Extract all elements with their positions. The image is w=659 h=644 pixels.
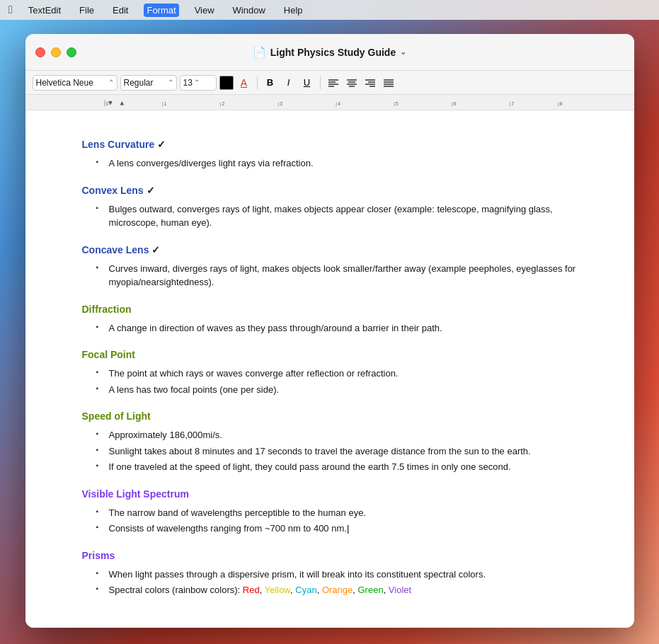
list-item: Bulges outward, converges rays of light,… xyxy=(96,202,578,230)
title-chevron-icon[interactable]: ⌄ xyxy=(400,47,406,57)
bullets-focal-point: The point at which rays or waves converg… xyxy=(96,367,578,396)
bullets-lens-curvature: A lens converges/diverges light rays via… xyxy=(96,156,578,171)
text-color-swatch[interactable] xyxy=(219,76,234,90)
menu-format[interactable]: Format xyxy=(144,4,178,17)
section-speed-of-light: Speed of Light Approximately 186,000mi/s… xyxy=(82,409,578,474)
checkmark-convex-lens: ✓ xyxy=(147,185,155,196)
spectral-color-violet: Violet xyxy=(389,585,411,595)
bullets-prisms: When light passes through a dispersive p… xyxy=(96,568,578,597)
spectral-color-cyan: Cyan xyxy=(295,585,316,595)
document-title: Light Physics Study Guide xyxy=(270,47,396,58)
bold-button[interactable]: B xyxy=(263,75,278,91)
list-item: The point at which rays or waves converg… xyxy=(96,367,578,381)
apple-menu[interactable]:  xyxy=(8,4,13,16)
checkmark-lens-curvature: ✓ xyxy=(157,139,166,150)
section-prisms: Prisms When light passes through a dispe… xyxy=(82,548,578,597)
menu-edit[interactable]: Edit xyxy=(110,4,131,17)
traffic-lights xyxy=(35,47,76,57)
list-item-spectral-colors: Spectral colors (rainbow colors): Red, Y… xyxy=(96,583,578,597)
toolbar-separator-1 xyxy=(257,76,258,89)
maximize-button[interactable] xyxy=(67,47,76,57)
italic-button[interactable]: I xyxy=(281,75,297,91)
svg-text:0: 0 xyxy=(105,100,108,107)
list-item: Approximately 186,000mi/s. xyxy=(96,428,578,442)
svg-text:2: 2 xyxy=(222,100,224,107)
list-item: A lens has two focal points (one per sid… xyxy=(96,383,578,397)
bullets-speed-of-light: Approximately 186,000mi/s. Sunlight take… xyxy=(96,428,578,474)
bullets-convex-lens: Bulges outward, converges rays of light,… xyxy=(96,202,578,230)
svg-text:3: 3 xyxy=(280,100,282,107)
svg-text:1: 1 xyxy=(164,100,166,107)
document-icon: 📄 xyxy=(253,46,266,59)
section-visible-light-spectrum: Visible Light Spectrum The narrow band o… xyxy=(82,487,578,536)
toolbar-separator-2 xyxy=(320,76,321,89)
heading-prisms: Prisms xyxy=(82,548,578,563)
title-bar: 📄 Light Physics Study Guide ⌄ xyxy=(25,34,634,71)
spectral-color-red: Red xyxy=(243,585,260,595)
svg-text:8: 8 xyxy=(559,100,562,107)
spectral-color-yellow: Yellow xyxy=(265,585,290,595)
minimize-button[interactable] xyxy=(51,47,61,57)
heading-diffraction: Diffraction xyxy=(82,302,578,317)
section-convex-lens: Convex Lens ✓ Bulges outward, converges … xyxy=(82,183,578,230)
heading-convex-lens: Convex Lens ✓ xyxy=(82,183,578,198)
menu-view[interactable]: View xyxy=(192,4,217,17)
toolbar: Helvetica Neue ⌃ Regular ⌃ 13 ⌃ A B I U xyxy=(25,71,634,95)
svg-marker-35 xyxy=(120,101,123,105)
list-item: Curves inward, diverges rays of light, m… xyxy=(96,262,578,289)
checkmark-concave-lens: ✓ xyxy=(151,244,160,255)
font-size-selector[interactable]: 13 ⌃ xyxy=(180,75,217,91)
bullets-visible-light-spectrum: The narrow band of wavelengths perceptib… xyxy=(96,506,578,536)
heading-speed-of-light: Speed of Light xyxy=(82,409,578,424)
align-right-button[interactable] xyxy=(362,75,378,91)
menu-file[interactable]: File xyxy=(76,4,97,17)
list-item: A change in direction of waves as they p… xyxy=(96,321,578,335)
bullets-concave-lens: Curves inward, diverges rays of light, m… xyxy=(96,262,578,289)
menu-bar:  TextEdit File Edit Format View Window … xyxy=(0,0,659,20)
svg-marker-34 xyxy=(108,101,112,105)
list-item: The narrow band of wavelengths perceptib… xyxy=(96,506,578,520)
heading-visible-light-spectrum: Visible Light Spectrum xyxy=(82,487,578,502)
svg-text:5: 5 xyxy=(395,100,398,107)
align-center-button[interactable] xyxy=(344,75,360,91)
underline-button[interactable]: U xyxy=(299,75,315,91)
svg-text:7: 7 xyxy=(511,100,514,107)
main-window: 📄 Light Physics Study Guide ⌄ Helvetica … xyxy=(25,34,634,628)
list-item: If one traveled at the speed of light, t… xyxy=(96,460,578,474)
spectral-color-green: Green xyxy=(357,585,383,595)
ruler: 0 1 2 3 4 5 6 7 8 xyxy=(25,95,634,110)
heading-lens-curvature: Lens Curvature ✓ xyxy=(82,137,578,152)
section-lens-curvature: Lens Curvature ✓ A lens converges/diverg… xyxy=(82,137,578,171)
list-item: Consists of wavelengths ranging from ~70… xyxy=(96,522,578,536)
font-style-selector[interactable]: Regular ⌃ xyxy=(120,75,177,91)
svg-text:6: 6 xyxy=(453,100,456,107)
close-button[interactable] xyxy=(35,47,45,57)
highlight-tool[interactable]: A xyxy=(236,75,252,91)
section-diffraction: Diffraction A change in direction of wav… xyxy=(82,302,578,335)
font-family-selector[interactable]: Helvetica Neue ⌃ xyxy=(33,75,118,91)
menu-help[interactable]: Help xyxy=(281,4,306,17)
bullets-diffraction: A change in direction of waves as they p… xyxy=(96,321,578,335)
section-focal-point: Focal Point The point at which rays or w… xyxy=(82,347,578,396)
list-item: Sunlight takes about 8 minutes and 17 se… xyxy=(96,444,578,459)
heading-focal-point: Focal Point xyxy=(82,347,578,362)
heading-concave-lens: Concave Lens ✓ xyxy=(82,243,578,258)
list-item: When light passes through a dispersive p… xyxy=(96,568,578,582)
menu-window[interactable]: Window xyxy=(230,4,268,17)
align-justify-button[interactable] xyxy=(381,75,396,91)
window-title: 📄 Light Physics Study Guide ⌄ xyxy=(253,46,406,59)
list-item: A lens converges/diverges light rays via… xyxy=(96,156,578,171)
document-area[interactable]: Lens Curvature ✓ A lens converges/diverg… xyxy=(25,110,634,628)
section-concave-lens: Concave Lens ✓ Curves inward, diverges r… xyxy=(82,243,578,289)
svg-text:4: 4 xyxy=(337,100,340,107)
spectral-color-orange: Orange xyxy=(322,585,353,595)
align-left-button[interactable] xyxy=(326,75,341,91)
menu-textedit[interactable]: TextEdit xyxy=(25,4,64,17)
text-cursor xyxy=(347,523,349,534)
